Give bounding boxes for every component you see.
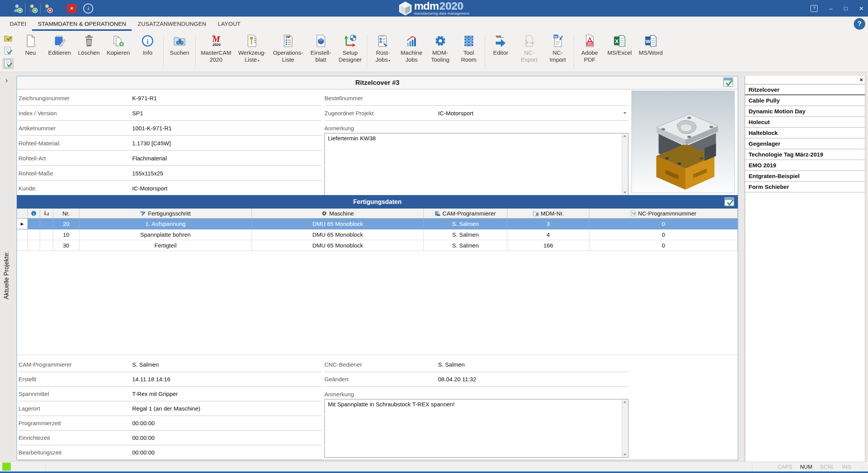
expand-chevron-icon[interactable]: ›	[5, 76, 8, 84]
project-item[interactable]: Gegenlager	[745, 138, 865, 149]
maximize-icon[interactable]: □	[844, 5, 848, 11]
mastercam-button[interactable]: M 2020 MasterCAM 2020	[197, 34, 235, 63]
column-header-nr[interactable]: Nr.	[53, 209, 79, 219]
neu-button[interactable]: Neu	[16, 34, 45, 56]
info-cell[interactable]	[28, 219, 40, 229]
projekt-dropdown[interactable]: IC-Motorsport	[438, 110, 473, 116]
field-value[interactable]: 08.04.20 11:32	[438, 376, 476, 382]
column-header-maschine[interactable]: Maschine	[252, 209, 424, 219]
editieren-button[interactable]: Editieren	[45, 34, 74, 56]
close-icon[interactable]: ×	[859, 5, 863, 12]
field-value[interactable]: Flachmaterial	[132, 155, 167, 162]
cell-maschine[interactable]: DMU 65 Monoblock	[252, 219, 424, 229]
field-value[interactable]: S. Salmen	[438, 361, 465, 368]
tab-stammdaten-operationen[interactable]: STAMMDATEN & OPERATIONEN	[32, 17, 132, 31]
table-row[interactable]: 30 Fertigteil DMU 65 Monoblock S. Salmen…	[17, 240, 738, 251]
setup-designer-button[interactable]: Setup Designer	[335, 34, 365, 63]
cell-mdm[interactable]: 3	[507, 219, 589, 229]
minimize-icon[interactable]: –	[829, 5, 832, 11]
sort-cell[interactable]	[40, 229, 53, 240]
ms-word-button[interactable]: W MS/Word	[635, 34, 666, 56]
project-item[interactable]: Holecut	[745, 117, 865, 128]
document-check-selected-icon[interactable]	[3, 58, 13, 69]
project-item[interactable]: Dynamic Motion Day	[745, 106, 865, 117]
field-value[interactable]: SP1	[132, 110, 143, 116]
field-value[interactable]: 1.1730 [C45W]	[132, 140, 171, 146]
window-check-icon[interactable]	[724, 197, 734, 208]
field-value[interactable]: 1001-K-971-R1	[132, 125, 172, 131]
add-record-icon[interactable]	[12, 2, 24, 15]
info-circle-icon[interactable]: i	[83, 3, 93, 13]
machine-jobs-button[interactable]: Machine Jobs	[397, 34, 426, 63]
ms-excel-button[interactable]: X MS/Excel	[604, 34, 635, 56]
info-column-header[interactable]: i	[28, 209, 40, 219]
close-icon[interactable]: ×	[860, 76, 863, 83]
field-value[interactable]: T-Rex mit Gripper	[132, 391, 178, 397]
scrollbar[interactable]	[622, 134, 628, 195]
cell-maschine[interactable]: DMU 65 Monoblock	[252, 229, 424, 240]
field-value[interactable]: S. Salmen	[132, 361, 159, 368]
field-value[interactable]: 00:00:00	[132, 434, 154, 441]
column-header-fertigungsschritt[interactable]: AB Fertigungsschritt	[79, 209, 252, 219]
window-check-icon[interactable]	[723, 77, 733, 89]
column-header-nc-programmnummer[interactable]: % NC-Programmnummer	[589, 209, 738, 219]
table-row[interactable]: ▶ 20 1. Aufspannung DMU 65 Monoblock S. …	[17, 219, 738, 229]
cell-nr[interactable]: 10	[53, 229, 79, 240]
cell-mdm[interactable]: 4	[507, 229, 589, 240]
info-cell[interactable]	[28, 240, 40, 251]
tab-zusatzanwendungen[interactable]: ZUSATZANWENDUNGEN	[132, 17, 212, 31]
sort-cell[interactable]	[40, 219, 53, 229]
field-value[interactable]: Regal 1 (an der Maschine)	[132, 405, 200, 412]
tab-layout[interactable]: LAYOUT	[212, 17, 246, 31]
scrollbar[interactable]	[622, 400, 628, 457]
field-value[interactable]: IC-Motorsport	[132, 185, 168, 192]
remove-user-icon[interactable]	[42, 2, 54, 15]
info-cell[interactable]	[28, 229, 40, 240]
row-selector-cell[interactable]	[17, 240, 28, 251]
column-header-mdm-nr[interactable]: i MDM-Nr.	[507, 209, 589, 219]
cell-nc[interactable]: 0	[589, 219, 738, 229]
cell-maschine[interactable]: DMU 65 Monoblock	[252, 240, 424, 251]
row-selector-cell[interactable]	[17, 229, 28, 240]
sort-cell[interactable]	[40, 240, 53, 251]
cell-cam[interactable]: S. Salmen	[424, 229, 507, 240]
window-help-icon[interactable]: ?	[811, 5, 818, 12]
table-row[interactable]: 10 Spannplatte bohren DMU 65 Monoblock S…	[17, 229, 738, 240]
add-user-icon[interactable]	[27, 2, 39, 15]
tab-datei[interactable]: DATEI	[4, 17, 32, 31]
document-check-icon[interactable]	[3, 45, 13, 56]
sort-column-header[interactable]	[40, 209, 53, 219]
column-header-cam-programmierer[interactable]: CAM-Programmierer	[424, 209, 507, 219]
anmerkung-textarea[interactable]: Mit Spannplatte in Schraubstock T-REX sp…	[324, 399, 628, 458]
operations-liste-button[interactable]: OP Operations- Liste	[269, 34, 306, 63]
anmerkung-textarea[interactable]: Liefertermin KW38	[324, 133, 628, 195]
cell-fertigungsschritt[interactable]: Fertigteil	[79, 240, 252, 251]
close-record-button[interactable]: ×	[67, 4, 76, 13]
project-item[interactable]: EMO 2019	[745, 160, 865, 171]
cell-nr[interactable]: 20	[53, 219, 79, 229]
cell-mdm[interactable]: 166	[507, 240, 589, 251]
info-button[interactable]: i Info	[133, 34, 162, 56]
chevron-down-icon[interactable]	[623, 112, 626, 114]
kopieren-button[interactable]: Kopieren	[103, 34, 133, 56]
cell-nc[interactable]: 0	[589, 229, 738, 240]
field-value[interactable]: 00:00:00	[132, 420, 154, 426]
cell-nc[interactable]: 0	[589, 240, 738, 251]
tool-room-button[interactable]: Tool Room	[455, 34, 483, 63]
help-button[interactable]: ?	[854, 18, 865, 30]
ruest-jobs-button[interactable]: Rüst- Jobs▾	[369, 34, 397, 64]
project-item[interactable]: Entgraten-Beispiel	[745, 171, 865, 182]
cell-fertigungsschritt[interactable]: 1. Aufspannung	[79, 219, 252, 229]
cell-fertigungsschritt[interactable]: Spannplatte bohren	[79, 229, 252, 240]
einstellblatt-button[interactable]: Einstell- blatt	[307, 34, 335, 63]
project-item[interactable]: Cable Pully	[745, 95, 865, 106]
cell-cam[interactable]: S. Salmen	[424, 240, 507, 251]
field-value[interactable]: 00:00:00	[132, 449, 154, 456]
nc-import-button[interactable]: nc NC- Import	[544, 34, 572, 63]
field-value[interactable]: K-971-R1	[132, 95, 157, 101]
mdm-tooling-button[interactable]: MDM- Tooling	[426, 34, 455, 63]
editor-button[interactable]: %N... Editor	[487, 34, 515, 56]
project-item[interactable]: Form Schieber	[745, 182, 865, 192]
loeschen-button[interactable]: Löschen	[74, 34, 103, 56]
adobe-pdf-button[interactable]: PDF Adobe PDF	[576, 34, 604, 63]
